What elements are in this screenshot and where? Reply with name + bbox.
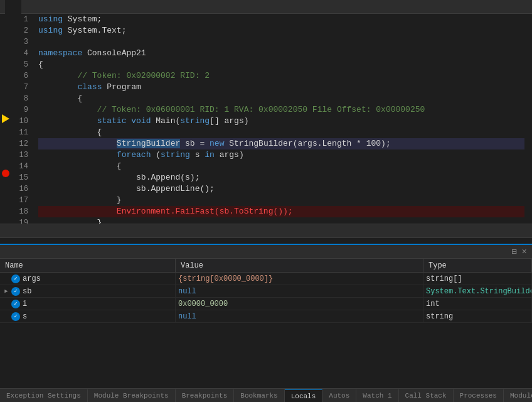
code-content[interactable]: using System;using System.Text; namespac… <box>33 14 524 224</box>
token: } <box>38 218 102 224</box>
line-number-16: 16 <box>11 183 28 195</box>
bottom-tab-autos[interactable]: Autos <box>322 389 356 402</box>
var-type: string[] <box>426 274 462 283</box>
token: sb.Append(s); <box>38 173 200 182</box>
bottom-tab-modules[interactable]: Modules <box>504 389 532 402</box>
line-number-7: 7 <box>11 82 28 93</box>
var-name: sb <box>23 287 31 296</box>
debug-icon: ✓ <box>11 300 20 308</box>
gutter-row-22 <box>0 205 11 215</box>
code-line-18: Environment.FailFast(sb.ToString()); <box>38 206 524 217</box>
token: // Token: 0x06000001 RID: 1 RVA: 0x00002… <box>38 105 425 114</box>
col-header-type: Type <box>423 259 532 272</box>
var-value: 0x0000_0000 <box>178 300 228 308</box>
token <box>38 116 97 126</box>
current-line-arrow <box>2 114 9 123</box>
program-tab[interactable] <box>5 0 21 14</box>
bottom-tab-processes[interactable]: Processes <box>454 389 504 402</box>
token <box>38 139 117 148</box>
breakpoint-dot[interactable] <box>2 170 9 177</box>
line-number-13: 13 <box>11 149 28 161</box>
token: { <box>38 60 43 69</box>
locals-name-1: ▶✓sb <box>0 285 176 297</box>
locals-pin-icon[interactable]: ⊟ <box>511 246 516 257</box>
gutter-row-5 <box>0 50 11 60</box>
locals-name-3: ✓s <box>0 310 176 322</box>
token <box>38 150 117 160</box>
gutter-col <box>0 14 11 224</box>
bottom-tab-locals[interactable]: Locals <box>285 389 323 402</box>
locals-value-0: {string[0x0000_0000]} <box>176 273 423 285</box>
line-number-12: 12 <box>11 138 28 149</box>
token: { <box>38 161 122 171</box>
gutter-row-13 <box>0 123 11 133</box>
table-row[interactable]: ▶✓sbnullSystem.Text.StringBuilder <box>0 285 532 298</box>
locals-panel: ⊟ × Name Value Type ✓args{string[0x0000_… <box>0 244 532 388</box>
gutter-row-6 <box>0 60 11 69</box>
token: namespace <box>38 48 82 58</box>
token: void <box>131 116 151 126</box>
token: ( <box>151 150 161 160</box>
code-line-3 <box>38 36 524 48</box>
table-row[interactable]: ✓args{string[0x0000_0000]}string[] <box>0 273 532 285</box>
gutter-row-18 <box>0 169 11 178</box>
bottom-tab-call-stack[interactable]: Call Stack <box>399 389 454 402</box>
var-type: string <box>426 312 453 321</box>
var-name: i <box>23 300 27 308</box>
expand-arrow[interactable]: ▶ <box>3 288 10 295</box>
title-bar <box>0 0 532 14</box>
token: StringBuilder(args.Length * 100); <box>224 139 390 148</box>
locals-close-icon[interactable]: × <box>522 247 527 257</box>
scrollbar-horizontal[interactable] <box>0 237 532 244</box>
token: System; <box>63 14 102 24</box>
gutter-row-16 <box>0 151 11 160</box>
gutter-row-1 <box>0 14 11 23</box>
code-line-10: static void Main(string[] args) <box>38 116 524 127</box>
gutter-row-21 <box>0 196 11 205</box>
bottom-tab-exception-settings[interactable]: Exception Settings <box>0 389 88 402</box>
token: string <box>180 116 210 126</box>
line-number-8: 8 <box>11 93 28 104</box>
var-type: System.Text.StringBuilder <box>426 287 532 296</box>
line-number-11: 11 <box>11 127 28 138</box>
debug-icon: ✓ <box>11 312 20 321</box>
locals-type-2: int <box>423 298 532 310</box>
col-header-name: Name <box>0 259 176 272</box>
locals-value-1: null <box>176 285 423 297</box>
code-line-9: // Token: 0x06000001 RID: 1 RVA: 0x00002… <box>38 104 524 116</box>
code-line-15: sb.Append(s); <box>38 172 524 183</box>
locals-type-0: string[] <box>423 273 532 285</box>
bottom-tab-module-breakpoints[interactable]: Module Breakpoints <box>88 389 176 402</box>
debug-icon: ✓ <box>11 287 20 296</box>
debug-icon: ✓ <box>11 274 20 283</box>
token: { <box>38 94 82 103</box>
table-row[interactable]: ✓snullstring <box>0 310 532 323</box>
line-number-1: 1 <box>11 14 28 25</box>
code-line-1: using System; <box>38 14 524 25</box>
token: class <box>77 82 102 92</box>
table-row[interactable]: ✓i0x0000_0000int <box>0 298 532 310</box>
code-line-4: namespace ConsoleApp21 <box>38 48 524 59</box>
code-editor: 1234567891011121314151617181920212223 us… <box>0 14 532 244</box>
line-number-9: 9 <box>11 104 28 116</box>
token: ConsoleApp21 <box>82 48 146 58</box>
token: args) <box>215 150 244 160</box>
bottom-tab-bookmarks[interactable]: Bookmarks <box>234 389 284 402</box>
line-number-17: 17 <box>11 195 28 206</box>
scrollbar-vertical[interactable] <box>524 14 532 224</box>
gutter-row-15 <box>0 141 11 151</box>
token: { <box>38 128 102 137</box>
line-number-4: 4 <box>11 48 28 59</box>
token: using <box>38 26 63 35</box>
code-panel: 1234567891011121314151617181920212223 us… <box>0 14 532 224</box>
var-value: null <box>178 312 196 321</box>
token: string <box>161 150 190 160</box>
gutter-row-4 <box>0 41 11 51</box>
table-header: Name Value Type <box>0 259 532 273</box>
bottom-tab-breakpoints[interactable]: Breakpoints <box>176 389 235 402</box>
code-line-11: { <box>38 127 524 138</box>
var-value: {string[0x0000_0000]} <box>178 274 273 283</box>
code-line-17: } <box>38 195 524 206</box>
bottom-tab-watch-1[interactable]: Watch 1 <box>356 389 398 402</box>
line-number-14: 14 <box>11 161 28 172</box>
